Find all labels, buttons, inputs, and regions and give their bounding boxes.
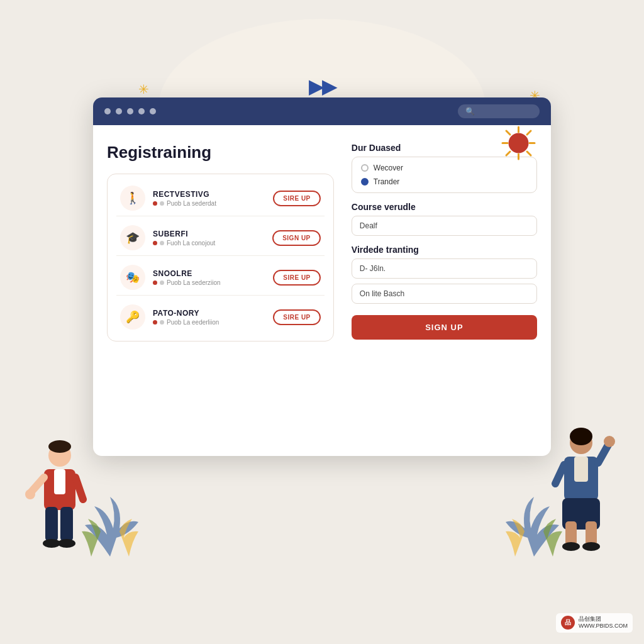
course-item-3: 🎭 SNOOLRE Puob La sederziion SIRE UP bbox=[116, 260, 325, 296]
course-meta-2: Fuoh La conojout bbox=[153, 240, 265, 247]
meta-dot-1 bbox=[153, 201, 157, 206]
svg-line-28 bbox=[506, 131, 510, 135]
browser-search-bar[interactable]: 🔍 bbox=[458, 104, 540, 118]
browser-content: Registraining 🚶 RECTVESTIVG Puob La sede… bbox=[93, 125, 551, 456]
section3-label: Virdede tranting bbox=[352, 245, 537, 255]
signup-btn-4[interactable]: SIRE UP bbox=[273, 309, 321, 325]
svg-line-30 bbox=[527, 131, 531, 135]
browser-dot-3 bbox=[127, 108, 133, 114]
svg-rect-5 bbox=[60, 507, 73, 541]
course-meta-1: Puob La sederdat bbox=[153, 200, 265, 207]
course-item-4: 🔑 PATO-NORY Puob La eederliion SIRE UP bbox=[116, 299, 325, 335]
signup-btn-3[interactable]: SIRE UP bbox=[273, 270, 321, 286]
section-2: Course verudle bbox=[352, 202, 537, 236]
watermark-text: 品创集团 WWW.PBIDS.COM bbox=[579, 616, 628, 630]
course-icon-2: 🎓 bbox=[126, 231, 140, 245]
section-3: Virdede tranting bbox=[352, 245, 537, 304]
right-panel: Dur Duased Wecover Trander Course verudl… bbox=[352, 143, 537, 442]
watermark-brand: 品创集团 bbox=[579, 616, 628, 623]
course-info-3: SNOOLRE Puob La sederziion bbox=[153, 269, 265, 286]
svg-rect-17 bbox=[586, 521, 597, 545]
browser-dot-4 bbox=[138, 108, 145, 114]
course-name-1: RECTVESTIVG bbox=[153, 190, 265, 199]
meta-dot-7 bbox=[153, 320, 157, 325]
watermark-icon: 品 bbox=[561, 616, 575, 630]
svg-point-18 bbox=[562, 542, 580, 551]
svg-rect-3 bbox=[54, 469, 65, 494]
star-decoration-1: ✳ bbox=[138, 82, 149, 97]
course-input[interactable] bbox=[352, 216, 537, 236]
browser-dot-1 bbox=[104, 108, 111, 114]
course-name-2: SUBERFI bbox=[153, 230, 265, 238]
radio-option-2[interactable]: Trander bbox=[361, 177, 528, 186]
course-info-2: SUBERFI Fuoh La conojout bbox=[153, 230, 265, 247]
meta-dot-4 bbox=[160, 241, 164, 245]
courses-list: 🚶 RECTVESTIVG Puob La sederdat SIRE UP bbox=[107, 174, 334, 341]
meta-dot-5 bbox=[153, 280, 157, 285]
watermark: 品 品创集团 WWW.PBIDS.COM bbox=[556, 613, 633, 633]
radio-label-2: Trander bbox=[374, 177, 400, 186]
input-group-2 bbox=[352, 258, 537, 304]
course-info-1: RECTVESTIVG Puob La sederdat bbox=[153, 190, 265, 207]
course-icon-3: 🎭 bbox=[126, 270, 140, 284]
svg-point-10 bbox=[25, 489, 35, 499]
radio-group: Wecover Trander bbox=[352, 157, 537, 193]
svg-point-12 bbox=[570, 428, 592, 445]
course-icon-wrap-3: 🎭 bbox=[120, 265, 145, 290]
course-icon-4: 🔑 bbox=[126, 310, 140, 324]
svg-point-19 bbox=[582, 542, 600, 551]
course-icon-wrap-2: 🎓 bbox=[120, 225, 145, 250]
svg-rect-4 bbox=[45, 507, 58, 541]
radio-circle-2 bbox=[361, 178, 369, 186]
sun-decoration bbox=[501, 126, 536, 160]
search-icon: 🔍 bbox=[465, 107, 475, 116]
svg-line-21 bbox=[555, 465, 564, 484]
meta-dot-3 bbox=[153, 241, 157, 245]
course-info-4: PATO-NORY Puob La eederliion bbox=[153, 309, 265, 326]
person-right bbox=[547, 424, 616, 562]
course-item-1: 🚶 RECTVESTIVG Puob La sederdat SIRE UP bbox=[116, 180, 325, 216]
svg-rect-16 bbox=[565, 521, 577, 545]
page-title: Registraining bbox=[107, 143, 334, 162]
browser-window: 🔍 Registraining 🚶 RECTVESTIVG bbox=[93, 97, 551, 456]
svg-point-22 bbox=[604, 436, 615, 447]
svg-point-23 bbox=[509, 133, 529, 153]
course-icon-1: 🚶 bbox=[126, 191, 140, 205]
browser-dot-5 bbox=[150, 108, 156, 114]
svg-point-7 bbox=[58, 539, 75, 548]
signup-btn-1[interactable]: SIRE UP bbox=[273, 191, 321, 206]
svg-rect-14 bbox=[574, 457, 588, 482]
training-input-1[interactable] bbox=[352, 258, 537, 279]
svg-line-9 bbox=[75, 477, 83, 499]
meta-dot-8 bbox=[160, 320, 164, 325]
course-meta-3: Puob La sederziion bbox=[153, 279, 265, 286]
training-input-2[interactable] bbox=[352, 284, 537, 304]
svg-point-6 bbox=[43, 539, 60, 548]
radio-circle-1 bbox=[361, 164, 369, 172]
radio-option-1[interactable]: Wecover bbox=[361, 164, 528, 172]
svg-line-31 bbox=[506, 152, 510, 155]
course-meta-4: Puob La eederliion bbox=[153, 319, 265, 326]
course-icon-wrap-1: 🚶 bbox=[120, 186, 145, 211]
left-panel: Registraining 🚶 RECTVESTIVG Puob La sede… bbox=[107, 143, 334, 442]
input-group-1 bbox=[352, 216, 537, 236]
section2-label: Course verudle bbox=[352, 202, 537, 212]
course-icon-wrap-4: 🔑 bbox=[120, 304, 145, 330]
meta-dot-2 bbox=[160, 201, 164, 206]
person-left bbox=[25, 436, 94, 562]
watermark-url: WWW.PBIDS.COM bbox=[579, 623, 628, 630]
signup-btn-2[interactable]: SIGN UP bbox=[272, 230, 321, 246]
course-item-2: 🎓 SUBERFI Fuoh La conojout SIGN UP bbox=[116, 220, 325, 256]
fast-forward-icon: ▶▶ bbox=[309, 74, 335, 98]
svg-line-29 bbox=[527, 152, 531, 155]
course-name-3: SNOOLRE bbox=[153, 269, 265, 278]
main-signup-button[interactable]: SIGN UP bbox=[352, 315, 537, 340]
svg-point-1 bbox=[48, 440, 71, 453]
radio-label-1: Wecover bbox=[374, 164, 403, 172]
browser-dot-2 bbox=[116, 108, 122, 114]
course-name-4: PATO-NORY bbox=[153, 309, 265, 318]
browser-toolbar: 🔍 bbox=[93, 97, 551, 125]
meta-dot-6 bbox=[160, 280, 164, 285]
